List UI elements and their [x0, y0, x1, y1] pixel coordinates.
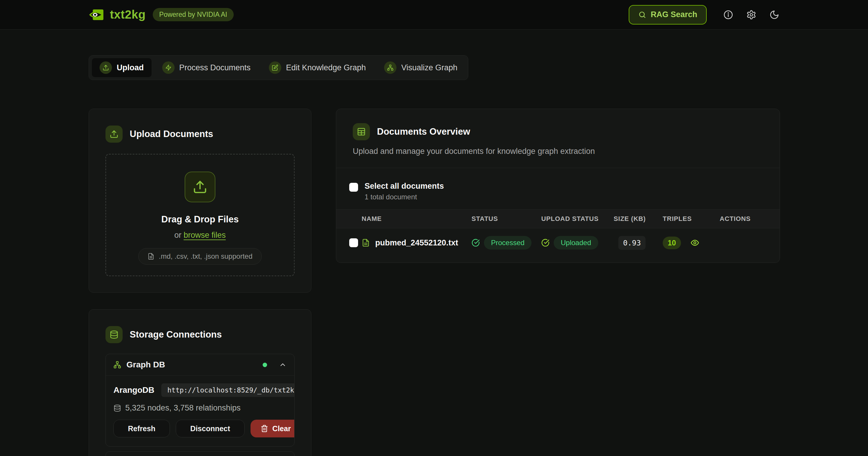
graph-db-panel: Graph DB ArangoDB http://localhost:8529/… [105, 354, 294, 447]
eye-icon [690, 238, 699, 247]
dropzone-subtitle: or browse files [174, 231, 226, 240]
graph-icon [114, 361, 121, 368]
powered-by-badge: Powered by NVIDIA AI [153, 8, 234, 21]
tab-process-documents[interactable]: Process Documents [155, 58, 258, 77]
column-name: NAME [362, 215, 471, 223]
header-actions: RAG Search [629, 5, 779, 25]
check-circle-icon [541, 239, 550, 247]
column-triples: TRIPLES [663, 215, 720, 223]
graph-db-stats: 5,325 nodes, 3,758 relationships [114, 403, 286, 413]
card-title: Upload Documents [130, 129, 213, 139]
app-header: txt2kg Powered by NVIDIA AI RAG Search [0, 0, 868, 30]
main-tabbar: Upload Process Documents Edit Knowledge … [89, 55, 468, 80]
tab-upload[interactable]: Upload [92, 58, 152, 77]
file-text-icon [362, 239, 370, 247]
status-badge: Processed [484, 236, 531, 250]
upload-status-badge: Uploaded [554, 236, 598, 250]
view-document-button[interactable] [690, 238, 699, 247]
database-icon [105, 326, 123, 343]
table-icon [353, 123, 370, 140]
card-title: Documents Overview [377, 126, 470, 137]
provider-name: ArangoDB [114, 385, 154, 395]
upload-icon [99, 61, 112, 74]
refresh-button[interactable]: Refresh [114, 420, 170, 437]
column-status: STATUS [471, 215, 541, 223]
table-row: pubmed_24552120.txt Processed Uploaded [336, 228, 780, 257]
check-circle-icon [471, 239, 480, 247]
column-size: SIZE (KB) [614, 215, 663, 223]
row-checkbox[interactable] [349, 238, 358, 247]
info-icon [723, 10, 733, 20]
tab-edit-knowledge-graph[interactable]: Edit Knowledge Graph [261, 58, 373, 77]
moon-icon [769, 10, 779, 20]
connection-url: http://localhost:8529/_db/txt2kg [161, 383, 294, 397]
clear-button[interactable]: Clear [251, 420, 294, 437]
settings-button[interactable] [746, 10, 756, 20]
column-actions: ACTIONS [720, 215, 780, 223]
vector-db-header[interactable]: Vector DB [106, 452, 294, 456]
chevron-up-icon [279, 361, 286, 368]
upload-icon [185, 172, 215, 202]
select-all-checkbox[interactable] [349, 183, 358, 192]
database-icon [114, 404, 121, 412]
file-icon [148, 253, 155, 260]
brand: txt2kg Powered by NVIDIA AI [89, 8, 234, 21]
upload-icon [105, 126, 123, 143]
info-button[interactable] [723, 10, 733, 20]
graph-db-header[interactable]: Graph DB [106, 354, 294, 376]
supported-formats-badge: .md, .csv, .txt, .json supported [138, 248, 261, 265]
triples-badge: 10 [663, 236, 681, 249]
trash-icon [260, 425, 268, 432]
rag-search-button[interactable]: RAG Search [629, 5, 707, 25]
storage-connections-card: Storage Connections Graph DB [89, 309, 311, 456]
column-upload-status: UPLOAD STATUS [541, 215, 614, 223]
edit-icon [269, 61, 281, 74]
divider [336, 168, 780, 168]
card-title: Storage Connections [130, 329, 222, 340]
size-value: 0.93 [618, 236, 646, 250]
connected-status-dot [262, 363, 267, 367]
nvidia-logo-icon [89, 9, 104, 21]
file-name: pubmed_24552120.txt [375, 238, 458, 248]
theme-toggle-button[interactable] [769, 10, 779, 20]
select-all-label: Select all documents [365, 182, 444, 191]
tab-visualize-graph[interactable]: Visualize Graph [376, 58, 465, 77]
app-title: txt2kg [110, 8, 146, 21]
dropzone-title: Drag & Drop Files [161, 214, 239, 225]
gear-icon [746, 10, 756, 20]
search-icon [638, 11, 646, 19]
upload-documents-card: Upload Documents Drag & Drop Files or br… [89, 109, 311, 293]
vector-db-panel: Vector DB [105, 451, 294, 456]
total-documents-count: 1 total document [365, 193, 444, 201]
documents-overview-card: Documents Overview Upload and manage you… [336, 109, 780, 263]
card-subtitle: Upload and manage your documents for kno… [353, 147, 763, 156]
table-header: NAME STATUS UPLOAD STATUS SIZE (KB) TRIP… [336, 209, 780, 228]
graph-icon [384, 61, 397, 74]
browse-files-link[interactable]: browse files [183, 231, 226, 239]
file-dropzone[interactable]: Drag & Drop Files or browse files .md, .… [105, 154, 294, 276]
zap-icon [162, 61, 175, 74]
graph-db-label: Graph DB [126, 360, 165, 369]
disconnect-button[interactable]: Disconnect [176, 420, 245, 437]
